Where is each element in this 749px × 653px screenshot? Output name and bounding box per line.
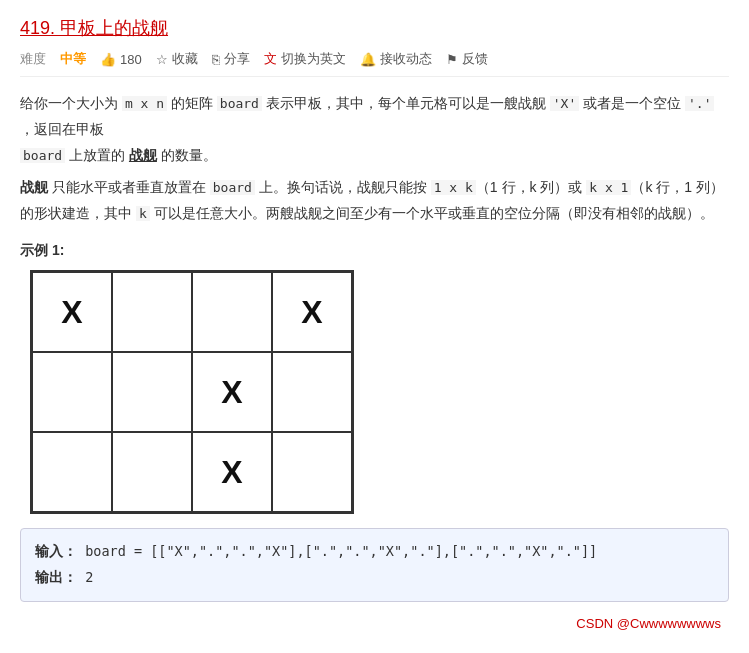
battleship-grid: XXXX bbox=[30, 270, 354, 514]
grid-cell-0-1 bbox=[112, 272, 192, 352]
csdn-watermark: CSDN @Cwwwwwwwws bbox=[20, 612, 729, 635]
thumb-icon: 👍 bbox=[100, 52, 116, 67]
bell-icon: 🔔 bbox=[360, 52, 376, 67]
desc-kx1: k x 1 bbox=[586, 180, 631, 195]
grid-cell-1-2: X bbox=[192, 352, 272, 432]
desc-para2-text5: 可以是任意大小。两艘战舰之间至少有一个水平或垂直的空位分隔（即没有相邻的战舰）。 bbox=[150, 205, 714, 221]
desc-mn: m x n bbox=[122, 96, 167, 111]
input-line: 输入： board = [["X",".",".","X"],[".",".",… bbox=[35, 539, 714, 565]
grid-cell-2-3 bbox=[272, 432, 352, 512]
feedback-label: 反馈 bbox=[462, 50, 488, 68]
toolbar: 难度 中等 👍 180 ☆ 收藏 ⎘ 分享 文 切换为英文 🔔 接收动态 ⚑ 反… bbox=[20, 50, 729, 77]
grid-cell-2-2: X bbox=[192, 432, 272, 512]
input-value: board = [["X",".",".","X"],[".",".","X",… bbox=[85, 543, 597, 559]
desc-text-1: 给你一个大小为 bbox=[20, 95, 122, 111]
desc-x: 'X' bbox=[550, 96, 579, 111]
translate-label: 切换为英文 bbox=[281, 50, 346, 68]
io-box: 输入： board = [["X",".",".","X"],[".",".",… bbox=[20, 528, 729, 601]
example-label: 示例 1: bbox=[20, 242, 729, 260]
page-title[interactable]: 419. 甲板上的战舰 bbox=[20, 16, 729, 40]
desc-para2-text2: 上。换句话说，战舰只能按 bbox=[255, 179, 431, 195]
grid-cell-2-1 bbox=[112, 432, 192, 512]
grid-cell-0-3: X bbox=[272, 272, 352, 352]
grid-cell-1-1 bbox=[112, 352, 192, 432]
share-icon: ⎘ bbox=[212, 52, 220, 67]
description-para2: 战舰 只能水平或者垂直放置在 board 上。换句话说，战舰只能按 1 x k（… bbox=[20, 175, 729, 227]
desc-text-6: 上放置的 战舰 的数量。 bbox=[65, 147, 217, 163]
share-label: 分享 bbox=[224, 50, 250, 68]
desc-text-4: 或者是一个空位 bbox=[579, 95, 685, 111]
translate-button[interactable]: 文 切换为英文 bbox=[264, 50, 346, 68]
feedback-button[interactable]: ⚑ 反馈 bbox=[446, 50, 488, 68]
thumb-button[interactable]: 👍 180 bbox=[100, 52, 142, 67]
description-para1: 给你一个大小为 m x n 的矩阵 board 表示甲板，其中，每个单元格可以是… bbox=[20, 91, 729, 169]
translate-icon: 文 bbox=[264, 50, 277, 68]
difficulty-label: 难度 bbox=[20, 50, 46, 68]
desc-board3: board bbox=[210, 180, 255, 195]
desc-para2-text1: 只能水平或者垂直放置在 bbox=[48, 179, 210, 195]
output-line: 输出： 2 bbox=[35, 565, 714, 591]
desc-text-3: 表示甲板，其中，每个单元格可以是一艘战舰 bbox=[262, 95, 550, 111]
difficulty-value: 中等 bbox=[60, 50, 86, 68]
desc-para2-text3: （1 行，k 列）或 bbox=[476, 179, 586, 195]
desc-dot: '.' bbox=[685, 96, 714, 111]
notify-button[interactable]: 🔔 接收动态 bbox=[360, 50, 432, 68]
collect-label: 收藏 bbox=[172, 50, 198, 68]
desc-board1: board bbox=[217, 96, 262, 111]
desc-text-2: 的矩阵 bbox=[167, 95, 217, 111]
grid-cell-2-0 bbox=[32, 432, 112, 512]
grid-cell-1-3 bbox=[272, 352, 352, 432]
desc-battleship-bold: 战舰 bbox=[20, 179, 48, 195]
output-value: 2 bbox=[85, 569, 93, 585]
notify-label: 接收动态 bbox=[380, 50, 432, 68]
thumb-count: 180 bbox=[120, 52, 142, 67]
input-label: 输入： bbox=[35, 543, 77, 559]
share-button[interactable]: ⎘ 分享 bbox=[212, 50, 250, 68]
star-icon: ☆ bbox=[156, 52, 168, 67]
grid-cell-1-0 bbox=[32, 352, 112, 432]
collect-button[interactable]: ☆ 收藏 bbox=[156, 50, 198, 68]
grid-cell-0-0: X bbox=[32, 272, 112, 352]
grid-cell-0-2 bbox=[192, 272, 272, 352]
desc-board2: board bbox=[20, 148, 65, 163]
desc-text-5: ，返回在甲板 bbox=[20, 121, 104, 137]
flag-icon: ⚑ bbox=[446, 52, 458, 67]
output-label: 输出： bbox=[35, 569, 77, 585]
desc-k: k bbox=[136, 206, 150, 221]
desc-1xk: 1 x k bbox=[431, 180, 476, 195]
